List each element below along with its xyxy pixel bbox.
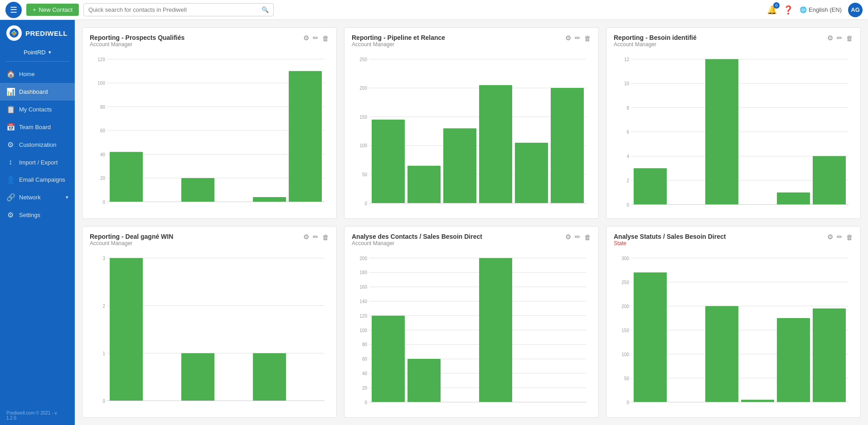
sidebar-divider bbox=[5, 61, 69, 62]
new-contact-button[interactable]: + New Contact bbox=[26, 4, 79, 16]
chart-actions-chart5: ⚙ ✏ 🗑 bbox=[565, 233, 591, 241]
svg-rect-112 bbox=[705, 306, 738, 402]
svg-text:3: 3 bbox=[102, 256, 105, 261]
sidebar-label-my-contacts: My Contacts bbox=[19, 106, 68, 113]
chart-delete-icon-chart3[interactable]: 🗑 bbox=[846, 34, 853, 42]
svg-rect-37 bbox=[515, 143, 548, 203]
svg-text:0: 0 bbox=[626, 400, 629, 405]
notifications-button[interactable]: 🔔 0 bbox=[767, 5, 777, 15]
customization-icon: ⚙ bbox=[6, 140, 15, 149]
chart-edit-icon-chart5[interactable]: ✏ bbox=[575, 233, 581, 241]
chart-subtitle-chart2: Account Manager bbox=[352, 41, 565, 48]
chart-delete-icon-chart6[interactable]: 🗑 bbox=[846, 233, 853, 241]
chart-delete-icon-chart2[interactable]: 🗑 bbox=[584, 34, 591, 42]
chart-title-chart6: Analyse Statuts / Sales Besoin Direct bbox=[614, 233, 827, 240]
sidebar-item-my-contacts[interactable]: 📋 My Contacts bbox=[0, 101, 75, 118]
chart-header-chart5: Analyse des Contacts / Sales Besoin Dire… bbox=[352, 233, 591, 246]
svg-rect-17 bbox=[181, 178, 214, 202]
chart-title-chart4: Reporting - Deal gagné WIN bbox=[90, 233, 303, 240]
svg-text:0: 0 bbox=[626, 203, 629, 208]
svg-text:180: 180 bbox=[359, 270, 367, 275]
svg-text:250: 250 bbox=[359, 57, 367, 62]
chart-subtitle-chart3: Account Manager bbox=[614, 41, 827, 48]
sidebar-nav: 🏠 Home 📊 Dashboard 📋 My Contacts 📅 Team … bbox=[0, 65, 75, 224]
chart-edit-icon-chart6[interactable]: ✏ bbox=[837, 233, 843, 241]
svg-text:100: 100 bbox=[359, 143, 367, 148]
sidebar-label-home: Home bbox=[19, 71, 68, 77]
chart-header-chart2: Reporting - Pipeline et Relance Account … bbox=[352, 34, 591, 48]
chart-header-chart6: Analyse Statuts / Sales Besoin Direct St… bbox=[614, 233, 853, 246]
sidebar-label-customization: Customization bbox=[19, 141, 68, 148]
chart-area-chart5: 020406080100120140160180200 bbox=[352, 253, 591, 414]
svg-text:0: 0 bbox=[102, 399, 105, 404]
search-input[interactable] bbox=[88, 6, 262, 13]
chart-delete-icon-chart4[interactable]: 🗑 bbox=[322, 233, 329, 241]
sidebar-item-import-export[interactable]: ↕ Import / Export bbox=[0, 154, 75, 171]
language-selector[interactable]: 🌐 English (EN) bbox=[800, 6, 842, 13]
svg-text:10: 10 bbox=[624, 81, 630, 86]
svg-text:250: 250 bbox=[621, 280, 629, 285]
svg-rect-16 bbox=[110, 152, 143, 202]
svg-text:100: 100 bbox=[621, 352, 629, 357]
chart-edit-icon-chart3[interactable]: ✏ bbox=[837, 34, 843, 42]
svg-rect-111 bbox=[634, 272, 667, 402]
sidebar-item-home[interactable]: 🏠 Home bbox=[0, 65, 75, 83]
chart-svg-chart5: 020406080100120140160180200 bbox=[352, 253, 591, 414]
search-box[interactable]: 🔍 bbox=[83, 3, 274, 16]
sidebar-item-customization[interactable]: ⚙ Customization bbox=[0, 136, 75, 154]
svg-rect-93 bbox=[372, 316, 405, 402]
chart-delete-icon-chart5[interactable]: 🗑 bbox=[584, 233, 591, 241]
sidebar-item-settings[interactable]: ⚙ Settings bbox=[0, 206, 75, 224]
chart-title-block-chart5: Analyse des Contacts / Sales Besoin Dire… bbox=[352, 233, 565, 246]
sidebar-item-team-board[interactable]: 📅 Team Board bbox=[0, 118, 75, 136]
chart-settings-icon-chart5[interactable]: ⚙ bbox=[565, 233, 571, 241]
chart-subtitle-chart5: Account Manager bbox=[352, 240, 565, 246]
chart-edit-icon-chart1[interactable]: ✏ bbox=[313, 34, 319, 42]
import-export-icon: ↕ bbox=[6, 158, 15, 166]
help-button[interactable]: ❓ bbox=[783, 5, 793, 15]
chart-delete-icon-chart1[interactable]: 🗑 bbox=[322, 34, 329, 42]
chart-settings-icon-chart4[interactable]: ⚙ bbox=[303, 233, 309, 241]
chart-card-chart6: Analyse Statuts / Sales Besoin Direct St… bbox=[606, 226, 861, 418]
chart-area-chart2: 050100150200250 bbox=[352, 54, 591, 215]
chart-settings-icon-chart3[interactable]: ⚙ bbox=[827, 34, 833, 42]
svg-text:0: 0 bbox=[102, 200, 105, 205]
chart-edit-icon-chart2[interactable]: ✏ bbox=[575, 34, 581, 42]
workspace-chevron-icon: ▾ bbox=[48, 49, 51, 55]
notif-badge: 0 bbox=[773, 2, 780, 9]
sidebar-item-network[interactable]: 🔗 Network ▾ bbox=[0, 188, 75, 206]
chart-edit-icon-chart4[interactable]: ✏ bbox=[313, 233, 319, 241]
dashboard-content: Reporting - Prospects Qualifiés Account … bbox=[75, 20, 868, 425]
sidebar-label-import-export: Import / Export bbox=[19, 159, 68, 166]
svg-text:12: 12 bbox=[624, 57, 630, 62]
chart-card-chart2: Reporting - Pipeline et Relance Account … bbox=[344, 27, 599, 219]
svg-text:80: 80 bbox=[100, 105, 106, 110]
chart-settings-icon-chart2[interactable]: ⚙ bbox=[565, 34, 571, 42]
chart-settings-icon-chart6[interactable]: ⚙ bbox=[827, 233, 833, 241]
chart-card-chart3: Reporting - Besoin identifié Account Man… bbox=[606, 27, 861, 219]
svg-text:100: 100 bbox=[359, 328, 367, 333]
main-layout: PREDIWELL PointRD ▾ 🏠 Home 📊 Dashboard 📋… bbox=[0, 20, 868, 425]
user-avatar[interactable]: AG bbox=[848, 3, 863, 17]
sidebar-item-dashboard[interactable]: 📊 Dashboard bbox=[0, 83, 75, 101]
svg-rect-114 bbox=[777, 318, 810, 402]
workspace-selector[interactable]: PointRD ▾ bbox=[0, 46, 75, 61]
svg-rect-55 bbox=[705, 59, 738, 205]
svg-text:20: 20 bbox=[100, 176, 106, 181]
hamburger-button[interactable]: ☰ bbox=[5, 2, 22, 18]
sidebar-item-email-campaigns[interactable]: 👤 Email Campaigns bbox=[0, 171, 75, 188]
chart-header-chart1: Reporting - Prospects Qualifiés Account … bbox=[90, 34, 329, 48]
chart-header-chart3: Reporting - Besoin identifié Account Man… bbox=[614, 34, 853, 48]
chart-title-block-chart4: Reporting - Deal gagné WIN Account Manag… bbox=[90, 233, 303, 246]
chart-title-block-chart2: Reporting - Pipeline et Relance Account … bbox=[352, 34, 565, 48]
chart-settings-icon-chart1[interactable]: ⚙ bbox=[303, 34, 309, 42]
chart-title-block-chart1: Reporting - Prospects Qualifiés Account … bbox=[90, 34, 303, 48]
topbar: ☰ + New Contact 🔍 🔔 0 ❓ 🌐 English (EN) A… bbox=[0, 0, 868, 20]
svg-text:60: 60 bbox=[362, 357, 368, 362]
sidebar: PREDIWELL PointRD ▾ 🏠 Home 📊 Dashboard 📋… bbox=[0, 20, 75, 425]
svg-rect-57 bbox=[813, 156, 846, 205]
svg-text:60: 60 bbox=[100, 128, 106, 133]
svg-rect-67 bbox=[110, 258, 143, 401]
plus-icon: + bbox=[33, 6, 36, 13]
svg-rect-115 bbox=[813, 309, 846, 402]
